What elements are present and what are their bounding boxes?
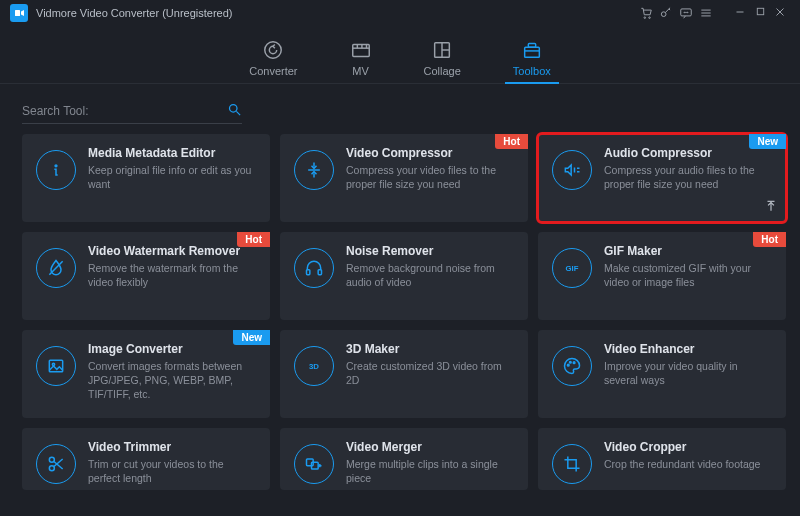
card-desc: Remove background noise from audio of vi…: [346, 261, 516, 289]
svg-rect-26: [528, 44, 535, 48]
badge-hot: Hot: [753, 232, 786, 247]
svg-point-2: [644, 17, 646, 19]
tab-label: Collage: [424, 65, 461, 77]
card-title: Noise Remover: [346, 244, 516, 258]
tab-collage[interactable]: Collage: [424, 39, 461, 83]
card-title: Video Cropper: [604, 440, 760, 454]
badge-hot: Hot: [495, 134, 528, 149]
svg-point-4: [661, 12, 666, 17]
svg-rect-0: [15, 10, 20, 16]
gif-icon: GIF: [552, 248, 592, 288]
main-tabs: Converter MV Collage Toolbox: [0, 26, 800, 84]
titlebar: Vidmore Video Converter (Unregistered): [0, 0, 800, 26]
tool-card-image-converter[interactable]: New Image Converter Convert images forma…: [22, 330, 270, 418]
card-desc: Convert images formats between JPG/JPEG,…: [88, 359, 258, 402]
tool-card-noise-remover[interactable]: Noise Remover Remove background noise fr…: [280, 232, 528, 320]
svg-point-30: [55, 165, 57, 167]
svg-rect-25: [524, 47, 539, 57]
svg-text:3D: 3D: [309, 362, 319, 371]
card-title: Video Enhancer: [604, 342, 774, 356]
card-desc: Trim or cut your videos to the perfect l…: [88, 457, 258, 485]
tab-converter[interactable]: Converter: [249, 39, 297, 83]
app-logo-icon: [10, 4, 28, 22]
card-title: Video Trimmer: [88, 440, 258, 454]
svg-point-8: [687, 12, 688, 13]
tab-label: MV: [352, 65, 369, 77]
image-icon: [36, 346, 76, 386]
headphones-icon: [294, 248, 334, 288]
feedback-icon[interactable]: [676, 6, 696, 20]
cart-icon[interactable]: [636, 6, 656, 20]
compress-icon: [294, 150, 334, 190]
svg-point-16: [265, 42, 282, 59]
search-tool-input[interactable]: [22, 98, 242, 124]
card-desc: Merge multiple clips into a single piece: [346, 457, 516, 485]
tool-card-watermark-remover[interactable]: Hot Video Watermark Remover Remove the w…: [22, 232, 270, 320]
card-title: Video Watermark Remover: [88, 244, 258, 258]
card-title: Audio Compressor: [604, 146, 774, 160]
droplet-slash-icon: [36, 248, 76, 288]
tab-mv[interactable]: MV: [350, 39, 372, 83]
svg-text:GIF: GIF: [566, 264, 579, 273]
tab-label: Toolbox: [513, 65, 551, 77]
badge-new: New: [749, 134, 786, 149]
tab-toolbox[interactable]: Toolbox: [513, 39, 551, 83]
svg-point-40: [567, 364, 569, 366]
three-d-icon: 3D: [294, 346, 334, 386]
svg-point-44: [49, 466, 54, 471]
tool-card-video-compressor[interactable]: Hot Video Compressor Compress your video…: [280, 134, 528, 222]
crop-icon: [552, 444, 592, 484]
badge-hot: Hot: [237, 232, 270, 247]
svg-point-43: [49, 457, 54, 462]
svg-rect-13: [757, 8, 763, 14]
card-desc: Crop the redundant video footage: [604, 457, 760, 471]
card-desc: Compress your video files to the proper …: [346, 163, 516, 191]
svg-rect-35: [318, 270, 321, 275]
tool-card-video-trimmer[interactable]: Video Trimmer Trim or cut your videos to…: [22, 428, 270, 490]
tool-card-media-metadata-editor[interactable]: Media Metadata Editor Keep original file…: [22, 134, 270, 222]
svg-point-42: [573, 362, 575, 364]
scissors-icon: [36, 444, 76, 484]
close-button[interactable]: [770, 6, 790, 20]
svg-point-3: [649, 17, 651, 19]
maximize-button[interactable]: [750, 6, 770, 20]
card-desc: Create customized 3D video from 2D: [346, 359, 516, 387]
svg-point-41: [570, 361, 572, 363]
svg-line-29: [236, 111, 240, 115]
palette-icon: [552, 346, 592, 386]
svg-rect-37: [49, 360, 62, 372]
tool-card-3d-maker[interactable]: 3D 3D Maker Create customized 3D video f…: [280, 330, 528, 418]
badge-new: New: [233, 330, 270, 345]
svg-point-6: [684, 12, 685, 13]
toolbox-grid: Media Metadata Editor Keep original file…: [22, 134, 786, 490]
search-icon: [227, 102, 242, 120]
tool-card-video-merger[interactable]: Video Merger Merge multiple clips into a…: [280, 428, 528, 490]
card-desc: Make customized GIF with your video or i…: [604, 261, 774, 289]
app-title: Vidmore Video Converter (Unregistered): [36, 7, 232, 19]
merge-icon: [294, 444, 334, 484]
search-field[interactable]: [22, 104, 221, 118]
card-desc: Improve your video quality in several wa…: [604, 359, 774, 387]
info-icon: [36, 150, 76, 190]
card-title: Video Merger: [346, 440, 516, 454]
tab-label: Converter: [249, 65, 297, 77]
open-arrow-icon: [764, 199, 778, 216]
audio-compress-icon: [552, 150, 592, 190]
key-icon[interactable]: [656, 6, 676, 20]
card-title: Video Compressor: [346, 146, 516, 160]
card-desc: Remove the watermark from the video flex…: [88, 261, 258, 289]
tool-card-video-enhancer[interactable]: Video Enhancer Improve your video qualit…: [538, 330, 786, 418]
card-desc: Keep original file info or edit as you w…: [88, 163, 258, 191]
minimize-button[interactable]: [730, 6, 750, 20]
tool-card-video-cropper[interactable]: Video Cropper Crop the redundant video f…: [538, 428, 786, 490]
tool-card-audio-compressor[interactable]: New Audio Compressor Compress your audio…: [538, 134, 786, 222]
tool-card-gif-maker[interactable]: Hot GIF GIF Maker Make customized GIF wi…: [538, 232, 786, 320]
card-title: Media Metadata Editor: [88, 146, 258, 160]
menu-icon[interactable]: [696, 6, 716, 20]
card-desc: Compress your audio files to the proper …: [604, 163, 774, 191]
svg-marker-1: [21, 10, 24, 16]
card-title: 3D Maker: [346, 342, 516, 356]
svg-point-28: [230, 104, 238, 112]
svg-rect-34: [307, 270, 310, 275]
svg-point-7: [686, 12, 687, 13]
